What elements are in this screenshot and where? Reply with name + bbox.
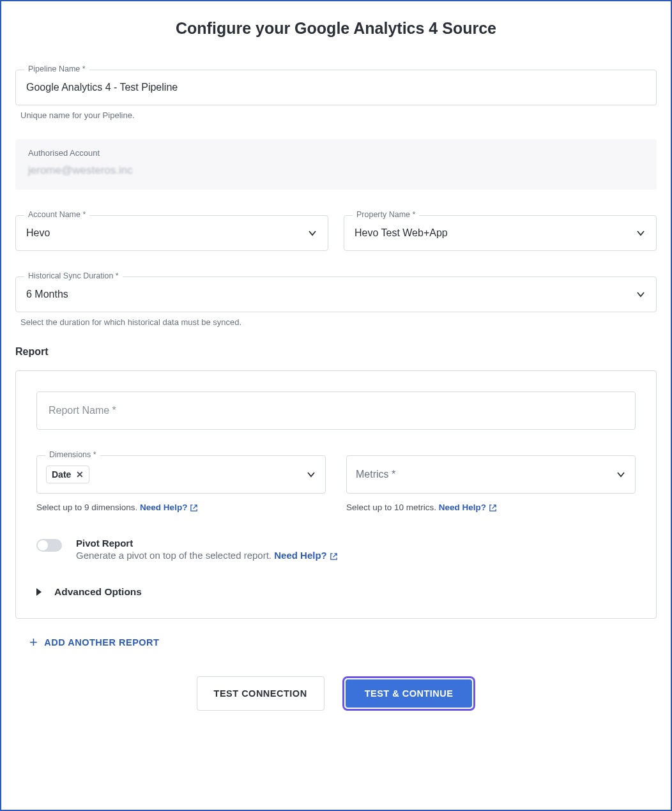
metrics-helper: Select up to 10 metrics. Need Help?: [346, 503, 636, 512]
property-name-label: Property Name *: [353, 210, 419, 219]
pipeline-name-input[interactable]: [15, 70, 657, 105]
external-link-icon: [330, 550, 338, 561]
test-continue-button[interactable]: TEST & CONTINUE: [346, 679, 473, 708]
primary-button-highlight: TEST & CONTINUE: [342, 676, 476, 711]
account-name-select[interactable]: Hevo: [15, 215, 328, 251]
add-another-report-label: ADD ANOTHER REPORT: [44, 637, 159, 648]
dimensions-helper: Select up to 9 dimensions. Need Help?: [36, 503, 326, 512]
historical-sync-value: 6 Months: [26, 289, 68, 300]
advanced-options-label: Advanced Options: [54, 586, 142, 598]
dimension-chip-date: Date ✕: [46, 466, 89, 483]
report-box: Dimensions * Date ✕ Select up to 9 dimen…: [15, 370, 657, 619]
chevron-down-icon: [636, 289, 646, 299]
add-another-report-button[interactable]: + ADD ANOTHER REPORT: [29, 635, 159, 649]
property-name-field: Property Name * Hevo Test Web+App: [344, 215, 657, 251]
report-name-input[interactable]: [36, 391, 636, 430]
dimensions-select[interactable]: Date ✕: [36, 455, 326, 494]
historical-sync-label: Historical Sync Duration *: [24, 271, 123, 280]
authorised-account-value: jerome@westeros.inc: [28, 164, 644, 177]
page-title: Configure your Google Analytics 4 Source: [15, 19, 657, 38]
authorised-account-label: Authorised Account: [28, 148, 644, 158]
chevron-down-icon: [307, 228, 317, 238]
chevron-down-icon: [616, 469, 626, 480]
account-name-label: Account Name *: [24, 210, 89, 219]
external-link-icon: [489, 503, 497, 512]
metrics-placeholder: Metrics *: [356, 469, 395, 480]
dimensions-label: Dimensions *: [45, 450, 100, 459]
pivot-toggle[interactable]: [36, 539, 62, 552]
pivot-description: Generate a pivot on top of the selected …: [76, 550, 338, 561]
metrics-help-link[interactable]: Need Help?: [439, 503, 497, 512]
historical-sync-field: Historical Sync Duration * 6 Months: [15, 277, 657, 312]
pipeline-name-field: Pipeline Name *: [15, 70, 657, 105]
advanced-options-toggle[interactable]: Advanced Options: [36, 586, 636, 598]
caret-right-icon: [36, 588, 42, 596]
dimensions-field: Dimensions * Date ✕: [36, 455, 326, 494]
test-connection-button[interactable]: TEST CONNECTION: [197, 676, 325, 711]
chevron-down-icon: [636, 228, 646, 238]
account-name-field: Account Name * Hevo: [15, 215, 328, 251]
dimension-chip-label: Date: [52, 469, 71, 480]
external-link-icon: [190, 503, 198, 512]
pivot-title: Pivot Report: [76, 538, 338, 549]
property-name-select[interactable]: Hevo Test Web+App: [344, 215, 657, 251]
pivot-help-link[interactable]: Need Help?: [274, 550, 338, 561]
dimensions-help-link[interactable]: Need Help?: [140, 503, 198, 512]
metrics-select[interactable]: Metrics *: [346, 455, 636, 494]
historical-sync-select[interactable]: 6 Months: [15, 277, 657, 312]
authorised-account-block: Authorised Account jerome@westeros.inc: [15, 139, 657, 190]
plus-icon: +: [29, 635, 38, 649]
historical-sync-helper: Select the duration for which historical…: [20, 317, 657, 327]
pipeline-name-helper: Unique name for your Pipeline.: [20, 110, 657, 120]
pipeline-name-label: Pipeline Name *: [24, 64, 89, 73]
report-section-label: Report: [15, 346, 657, 358]
chevron-down-icon: [306, 469, 316, 480]
pivot-row: Pivot Report Generate a pivot on top of …: [36, 538, 636, 561]
account-name-value: Hevo: [26, 227, 50, 239]
property-name-value: Hevo Test Web+App: [355, 227, 448, 239]
close-icon[interactable]: ✕: [76, 470, 84, 479]
footer-buttons: TEST CONNECTION TEST & CONTINUE: [15, 676, 657, 711]
